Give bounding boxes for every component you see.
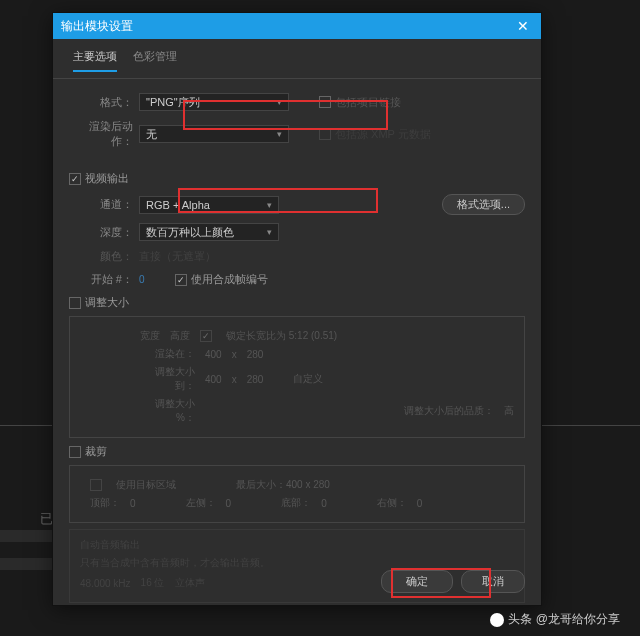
crop-right-value: 0 xyxy=(417,498,423,509)
output-module-settings-dialog: 输出模块设置 ✕ 主要选项 色彩管理 格式： "PNG"序列 ▾ 包括项目链接 … xyxy=(52,12,542,606)
audio-hint: 只有当合成中含有音频时，才会输出音频。 xyxy=(80,556,514,570)
crop-left-label: 左侧： xyxy=(186,496,216,510)
resize-to-label: 调整大小到： xyxy=(140,365,195,393)
audio-rate: 48.000 kHz xyxy=(80,578,131,589)
channels-select[interactable]: RGB + Alpha ▾ xyxy=(139,196,279,214)
resize-pct-label: 调整大小 %： xyxy=(140,397,195,425)
include-project-link-checkbox[interactable] xyxy=(319,96,331,108)
ok-button[interactable]: 确定 xyxy=(381,570,453,593)
chevron-down-icon: ▾ xyxy=(267,200,272,210)
resize-height-label: 高度 xyxy=(170,329,190,343)
chevron-down-icon: ▾ xyxy=(267,227,272,237)
channels-value: RGB + Alpha xyxy=(146,199,210,211)
crop-bottom-label: 底部： xyxy=(281,496,311,510)
watermark-brand: 头条 xyxy=(508,611,532,628)
format-label: 格式： xyxy=(69,95,139,110)
audio-channels: 立体声 xyxy=(175,576,205,590)
tab-main-options[interactable]: 主要选项 xyxy=(73,49,117,72)
video-output-label: 视频输出 xyxy=(85,171,129,186)
auto-audio-label: 自动音频输出 xyxy=(80,538,514,552)
include-project-link-label: 包括项目链接 xyxy=(335,95,401,110)
depth-value: 数百万种以上颜色 xyxy=(146,225,234,240)
depth-select[interactable]: 数百万种以上颜色 ▾ xyxy=(139,223,279,241)
format-select[interactable]: "PNG"序列 ▾ xyxy=(139,93,289,111)
crop-right-label: 右侧： xyxy=(377,496,407,510)
toutiao-icon xyxy=(490,613,504,627)
depth-label: 深度： xyxy=(69,225,139,240)
use-target-checkbox xyxy=(90,479,102,491)
render-height: 280 xyxy=(247,349,264,360)
video-output-checkbox[interactable] xyxy=(69,173,81,185)
audio-bit: 16 位 xyxy=(141,576,165,590)
crop-top-label: 顶部： xyxy=(90,496,120,510)
crop-left-value: 0 xyxy=(226,498,232,509)
chevron-down-icon: ▾ xyxy=(277,129,282,139)
target-width: 400 xyxy=(205,374,222,385)
use-comp-frame-checkbox[interactable] xyxy=(175,274,187,286)
resize-section: 宽度 高度 锁定长宽比为 5:12 (0.51) 渲染在： 400 x 280 … xyxy=(69,316,525,438)
use-comp-frame-label: 使用合成帧编号 xyxy=(191,272,268,287)
resize-width-label: 宽度 xyxy=(140,329,160,343)
start-number-value[interactable]: 0 xyxy=(139,274,145,285)
target-height: 280 xyxy=(247,374,264,385)
include-source-label: 包括源 XMP 元数据 xyxy=(335,127,431,142)
start-number-label: 开始 #： xyxy=(69,272,139,287)
color-value: 直接（无遮罩） xyxy=(139,249,216,264)
resize-quality-value: 高 xyxy=(504,404,514,418)
channels-label: 通道： xyxy=(69,197,139,212)
close-icon[interactable]: ✕ xyxy=(513,18,533,34)
post-action-value: 无 xyxy=(146,127,157,142)
chevron-down-icon: ▾ xyxy=(277,97,282,107)
watermark: 头条 @龙哥给你分享 xyxy=(490,611,620,628)
dialog-title: 输出模块设置 xyxy=(61,18,133,35)
crop-section: 使用目标区域 最后大小：400 x 280 顶部： 0 左侧： 0 底部： 0 … xyxy=(69,465,525,523)
crop-top-value: 0 xyxy=(130,498,136,509)
watermark-author: @龙哥给你分享 xyxy=(536,611,620,628)
lock-ratio-label: 锁定长宽比为 5:12 (0.51) xyxy=(226,329,337,343)
final-size-label: 最后大小：400 x 280 xyxy=(236,478,330,492)
format-options-button[interactable]: 格式选项... xyxy=(442,194,525,215)
crop-title: 裁剪 xyxy=(85,444,107,459)
post-action-label: 渲染后动作： xyxy=(69,119,139,149)
resize-checkbox[interactable] xyxy=(69,297,81,309)
format-value: "PNG"序列 xyxy=(146,95,200,110)
tabs: 主要选项 色彩管理 xyxy=(53,39,541,79)
resize-title: 调整大小 xyxy=(85,295,129,310)
include-source-checkbox xyxy=(319,128,331,140)
post-action-select[interactable]: 无 ▾ xyxy=(139,125,289,143)
dialog-titlebar: 输出模块设置 ✕ xyxy=(53,13,541,39)
tab-color-management[interactable]: 色彩管理 xyxy=(133,49,177,72)
use-target-label: 使用目标区域 xyxy=(116,478,176,492)
render-width: 400 xyxy=(205,349,222,360)
crop-bottom-value: 0 xyxy=(321,498,327,509)
resize-custom: 自定义 xyxy=(293,372,323,386)
resize-quality-label: 调整大小后的品质： xyxy=(404,404,494,418)
lock-ratio-checkbox xyxy=(200,330,212,342)
render-at-label: 渲染在： xyxy=(140,347,195,361)
cancel-button[interactable]: 取消 xyxy=(461,570,525,593)
crop-checkbox[interactable] xyxy=(69,446,81,458)
color-label: 颜色： xyxy=(69,249,139,264)
